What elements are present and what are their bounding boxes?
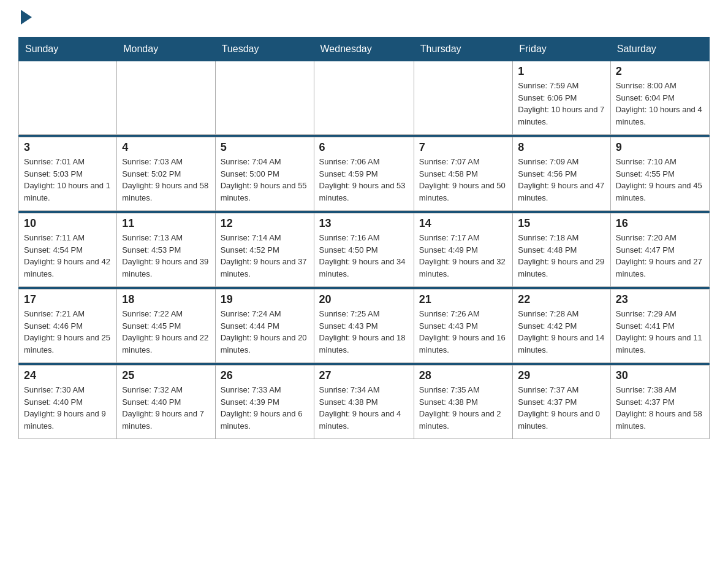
- calendar-cell: 1Sunrise: 7:59 AMSunset: 6:06 PMDaylight…: [513, 61, 610, 135]
- calendar-cell: 22Sunrise: 7:28 AMSunset: 4:42 PMDayligh…: [513, 289, 610, 363]
- calendar-cell: 11Sunrise: 7:13 AMSunset: 4:53 PMDayligh…: [117, 213, 215, 287]
- day-number: 27: [319, 369, 409, 382]
- calendar-cell: 16Sunrise: 7:20 AMSunset: 4:47 PMDayligh…: [610, 213, 709, 287]
- calendar-cell: 6Sunrise: 7:06 AMSunset: 4:59 PMDaylight…: [314, 137, 414, 211]
- calendar-cell: 23Sunrise: 7:29 AMSunset: 4:41 PMDayligh…: [610, 289, 709, 363]
- day-info: Sunrise: 7:06 AMSunset: 4:59 PMDaylight:…: [319, 156, 409, 204]
- day-number: 18: [122, 293, 210, 306]
- day-info: Sunrise: 7:04 AMSunset: 5:00 PMDaylight:…: [221, 156, 309, 204]
- calendar-cell: 4Sunrise: 7:03 AMSunset: 5:02 PMDaylight…: [117, 137, 215, 211]
- calendar-cell: 25Sunrise: 7:32 AMSunset: 4:40 PMDayligh…: [117, 366, 215, 439]
- day-number: 11: [122, 217, 210, 230]
- column-header-sunday: Sunday: [19, 37, 117, 61]
- day-number: 21: [419, 293, 507, 306]
- week-row-3: 17Sunrise: 7:21 AMSunset: 4:46 PMDayligh…: [19, 289, 710, 363]
- day-number: 13: [319, 217, 409, 230]
- day-number: 7: [419, 141, 507, 154]
- day-number: 9: [616, 141, 704, 154]
- day-info: Sunrise: 7:34 AMSunset: 4:38 PMDaylight:…: [319, 384, 409, 432]
- calendar-cell: 13Sunrise: 7:16 AMSunset: 4:50 PMDayligh…: [314, 213, 414, 287]
- calendar-cell: 28Sunrise: 7:35 AMSunset: 4:38 PMDayligh…: [414, 366, 512, 439]
- week-row-2: 10Sunrise: 7:11 AMSunset: 4:54 PMDayligh…: [19, 213, 710, 287]
- day-number: 3: [24, 141, 112, 154]
- day-number: 8: [518, 141, 605, 154]
- day-info: Sunrise: 7:37 AMSunset: 4:37 PMDaylight:…: [518, 384, 605, 432]
- week-row-0: 1Sunrise: 7:59 AMSunset: 6:06 PMDaylight…: [19, 61, 710, 135]
- day-number: 29: [518, 369, 605, 382]
- day-info: Sunrise: 7:17 AMSunset: 4:49 PMDaylight:…: [419, 232, 507, 280]
- day-info: Sunrise: 7:28 AMSunset: 4:42 PMDaylight:…: [518, 308, 605, 356]
- calendar-cell: 10Sunrise: 7:11 AMSunset: 4:54 PMDayligh…: [19, 213, 117, 287]
- day-info: Sunrise: 7:32 AMSunset: 4:40 PMDaylight:…: [122, 384, 210, 432]
- day-info: Sunrise: 7:30 AMSunset: 4:40 PMDaylight:…: [24, 384, 112, 432]
- day-number: 12: [221, 217, 309, 230]
- calendar-table: SundayMondayTuesdayWednesdayThursdayFrid…: [18, 37, 710, 439]
- calendar-cell: 18Sunrise: 7:22 AMSunset: 4:45 PMDayligh…: [117, 289, 215, 363]
- day-info: Sunrise: 7:33 AMSunset: 4:39 PMDaylight:…: [221, 384, 309, 432]
- calendar-cell: 24Sunrise: 7:30 AMSunset: 4:40 PMDayligh…: [19, 366, 117, 439]
- day-info: Sunrise: 7:22 AMSunset: 4:45 PMDaylight:…: [122, 308, 210, 356]
- column-header-saturday: Saturday: [610, 37, 709, 61]
- day-number: 26: [221, 369, 309, 382]
- column-header-monday: Monday: [117, 37, 215, 61]
- day-number: 5: [221, 141, 309, 154]
- day-number: 14: [419, 217, 507, 230]
- day-number: 25: [122, 369, 210, 382]
- day-number: 24: [24, 369, 112, 382]
- day-info: Sunrise: 7:25 AMSunset: 4:43 PMDaylight:…: [319, 308, 409, 356]
- day-number: 1: [518, 65, 605, 78]
- day-info: Sunrise: 7:20 AMSunset: 4:47 PMDaylight:…: [616, 232, 704, 280]
- day-info: Sunrise: 7:16 AMSunset: 4:50 PMDaylight:…: [319, 232, 409, 280]
- day-number: 4: [122, 141, 210, 154]
- day-info: Sunrise: 7:59 AMSunset: 6:06 PMDaylight:…: [518, 80, 605, 128]
- calendar-cell: 20Sunrise: 7:25 AMSunset: 4:43 PMDayligh…: [314, 289, 414, 363]
- calendar-cell: 9Sunrise: 7:10 AMSunset: 4:55 PMDaylight…: [610, 137, 709, 211]
- calendar-cell: 30Sunrise: 7:38 AMSunset: 4:37 PMDayligh…: [610, 366, 709, 439]
- day-info: Sunrise: 7:38 AMSunset: 4:37 PMDaylight:…: [616, 384, 704, 432]
- day-info: Sunrise: 7:21 AMSunset: 4:46 PMDaylight:…: [24, 308, 112, 356]
- calendar-cell: 17Sunrise: 7:21 AMSunset: 4:46 PMDayligh…: [19, 289, 117, 363]
- calendar-cell: 3Sunrise: 7:01 AMSunset: 5:03 PMDaylight…: [19, 137, 117, 211]
- day-info: Sunrise: 7:07 AMSunset: 4:58 PMDaylight:…: [419, 156, 507, 204]
- calendar-cell: 8Sunrise: 7:09 AMSunset: 4:56 PMDaylight…: [513, 137, 610, 211]
- calendar-cell: 26Sunrise: 7:33 AMSunset: 4:39 PMDayligh…: [215, 366, 314, 439]
- calendar-cell: 12Sunrise: 7:14 AMSunset: 4:52 PMDayligh…: [215, 213, 314, 287]
- day-info: Sunrise: 7:29 AMSunset: 4:41 PMDaylight:…: [616, 308, 704, 356]
- calendar-cell: [314, 61, 414, 135]
- column-header-friday: Friday: [513, 37, 610, 61]
- calendar-cell: [117, 61, 215, 135]
- day-info: Sunrise: 8:00 AMSunset: 6:04 PMDaylight:…: [616, 80, 704, 128]
- day-number: 19: [221, 293, 309, 306]
- day-number: 10: [24, 217, 112, 230]
- day-number: 2: [616, 65, 704, 78]
- column-header-tuesday: Tuesday: [215, 37, 314, 61]
- day-info: Sunrise: 7:01 AMSunset: 5:03 PMDaylight:…: [24, 156, 112, 204]
- day-number: 22: [518, 293, 605, 306]
- day-info: Sunrise: 7:35 AMSunset: 4:38 PMDaylight:…: [419, 384, 507, 432]
- day-number: 6: [319, 141, 409, 154]
- day-info: Sunrise: 7:18 AMSunset: 4:48 PMDaylight:…: [518, 232, 605, 280]
- day-info: Sunrise: 7:14 AMSunset: 4:52 PMDaylight:…: [221, 232, 309, 280]
- week-row-1: 3Sunrise: 7:01 AMSunset: 5:03 PMDaylight…: [19, 137, 710, 211]
- calendar-cell: 19Sunrise: 7:24 AMSunset: 4:44 PMDayligh…: [215, 289, 314, 363]
- day-number: 28: [419, 369, 507, 382]
- calendar-cell: 5Sunrise: 7:04 AMSunset: 5:00 PMDaylight…: [215, 137, 314, 211]
- week-row-4: 24Sunrise: 7:30 AMSunset: 4:40 PMDayligh…: [19, 366, 710, 439]
- calendar-cell: 21Sunrise: 7:26 AMSunset: 4:43 PMDayligh…: [414, 289, 512, 363]
- day-number: 15: [518, 217, 605, 230]
- calendar-header-row: SundayMondayTuesdayWednesdayThursdayFrid…: [19, 37, 710, 61]
- day-number: 20: [319, 293, 409, 306]
- day-info: Sunrise: 7:11 AMSunset: 4:54 PMDaylight:…: [24, 232, 112, 280]
- day-info: Sunrise: 7:03 AMSunset: 5:02 PMDaylight:…: [122, 156, 210, 204]
- logo: [18, 12, 36, 25]
- day-info: Sunrise: 7:24 AMSunset: 4:44 PMDaylight:…: [221, 308, 309, 356]
- day-number: 23: [616, 293, 704, 306]
- calendar-cell: 29Sunrise: 7:37 AMSunset: 4:37 PMDayligh…: [513, 366, 610, 439]
- day-number: 30: [616, 369, 704, 382]
- calendar-cell: [19, 61, 117, 135]
- page-header: [18, 12, 710, 25]
- calendar-cell: [215, 61, 314, 135]
- column-header-wednesday: Wednesday: [314, 37, 414, 61]
- day-info: Sunrise: 7:13 AMSunset: 4:53 PMDaylight:…: [122, 232, 210, 280]
- calendar-cell: 27Sunrise: 7:34 AMSunset: 4:38 PMDayligh…: [314, 366, 414, 439]
